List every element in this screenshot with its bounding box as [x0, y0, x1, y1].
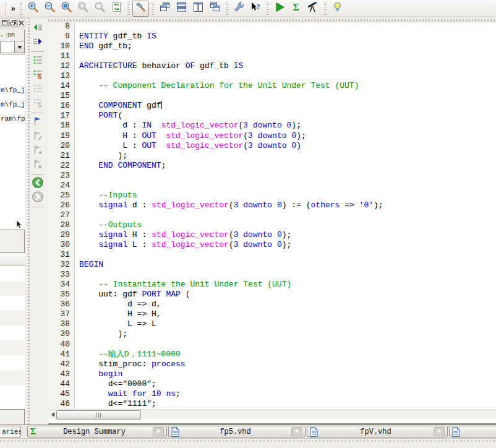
left-panel-bottom-tab[interactable]: aries [0, 426, 21, 438]
hammer-tool-button[interactable] [132, 1, 149, 17]
code-line[interactable]: 14 -- Component Declaration for the Unit… [48, 81, 496, 91]
tile-vertical-button[interactable] [190, 1, 207, 17]
code-line[interactable]: 31 [48, 250, 496, 260]
code-line[interactable]: 9ENTITY gdf_tb IS [48, 32, 496, 41]
scrollbar-thumb[interactable] [56, 410, 141, 420]
refresh-view-button[interactable] [108, 1, 125, 17]
list-row[interactable] [0, 325, 25, 340]
code-line[interactable]: 39 ); [48, 329, 496, 339]
edit-bookmark-button[interactable] [30, 129, 45, 144]
arrange-windows-button[interactable] [207, 1, 223, 17]
code-line[interactable]: 21 ); [48, 151, 496, 161]
code-line[interactable]: 34 -- Instantiate the Unit Under Test (U… [48, 280, 496, 290]
code-line[interactable]: 26 signal d : std_logic_vector(3 downto … [48, 200, 496, 210]
zoom-in-button[interactable] [25, 1, 41, 17]
code-line[interactable]: 23 [48, 171, 496, 181]
code-line[interactable]: 35 uut: gdf PORT MAP ( [48, 290, 496, 299]
code-line[interactable]: 45 wait for 10 ns; [48, 389, 496, 399]
combobox-value[interactable] [0, 41, 14, 53]
list-row[interactable] [0, 311, 25, 325]
list-row[interactable] [0, 340, 25, 355]
toolbar-overflow-chevron[interactable]: » [9, 4, 17, 13]
view-combobox[interactable] [0, 41, 25, 53]
tab-design-summary[interactable]: ΣDesign Summary× [27, 426, 167, 437]
code-line[interactable]: 40 [48, 340, 496, 350]
horizontal-scrollbar[interactable] [48, 409, 496, 419]
code-line[interactable]: 18 d : IN std_logic_vector(3 downto 0); [48, 121, 496, 131]
design-summary-sigma-button[interactable]: Σ [288, 1, 305, 17]
code-line[interactable]: 8 [48, 22, 496, 32]
list-row[interactable] [0, 296, 25, 311]
code-line[interactable]: 10END gdf_tb; [48, 41, 496, 51]
code-line[interactable]: 29 signal H : std_logic_vector(3 downto … [48, 230, 496, 240]
code-line[interactable]: 30 signal L : std_logic_vector(3 downto … [48, 240, 496, 250]
context-help-button[interactable]: ? [247, 1, 264, 17]
dock-drag-handle[interactable] [48, 18, 496, 22]
code-line[interactable]: 42 stim_proc: process [48, 360, 496, 369]
code-line[interactable]: 17 PORT( [48, 111, 496, 121]
list-row[interactable] [0, 281, 25, 296]
file-list-item[interactable]: m\fp_js [0, 98, 25, 112]
zoom-selection-button[interactable] [75, 1, 92, 17]
undo-changed-lines-button[interactable]: 5 [30, 68, 45, 82]
code-line[interactable]: 27 [48, 210, 496, 220]
file-list-item[interactable]: ram\fp_ [0, 112, 25, 126]
restore-button[interactable] [9, 19, 17, 27]
code-line[interactable]: 11 [48, 51, 496, 61]
code-line[interactable]: 24 [48, 181, 496, 191]
code-line[interactable]: 15 [48, 91, 496, 101]
navigate-back-button[interactable] [30, 176, 45, 191]
highlight-changed-lines-button[interactable] [30, 54, 45, 68]
code-line[interactable]: 12ARCHITECTURE behavior OF gdf_tb IS [48, 61, 496, 71]
code-editor[interactable]: 89ENTITY gdf_tb IS10END gdf_tb;1112ARCHI… [48, 22, 496, 409]
code-line[interactable]: 46 d<="1111"; [48, 399, 496, 409]
code-line[interactable]: 28 --Outputs [48, 220, 496, 230]
list-row[interactable] [0, 370, 25, 385]
code-line[interactable]: 38 L => L [48, 319, 496, 329]
close-icon[interactable]: × [153, 427, 164, 436]
tile-horizontal-button[interactable] [173, 1, 190, 17]
code-line[interactable]: 16 COMPONENT gdf [48, 101, 496, 111]
analyze-telescope-button[interactable] [305, 1, 322, 17]
cascade-windows-button[interactable] [156, 1, 173, 17]
list-row[interactable] [0, 355, 25, 370]
zoom-full-button[interactable] [58, 1, 75, 17]
close-icon[interactable]: × [291, 427, 302, 436]
tab-untitled[interactable] [449, 426, 496, 437]
close-icon[interactable]: × [434, 427, 445, 436]
zoom-cursor-button[interactable] [92, 1, 108, 17]
clear-bookmarks-button[interactable] [30, 158, 45, 172]
combobox-dropdown-button[interactable] [14, 41, 25, 53]
zoom-out-button[interactable] [41, 1, 58, 17]
code-line[interactable]: 13 [48, 71, 496, 81]
previous-bookmark-button[interactable] [30, 144, 45, 158]
code-line[interactable]: 37 H => H, [48, 309, 496, 319]
run-button[interactable] [272, 1, 288, 17]
code-line[interactable]: 32BEGIN [48, 260, 496, 270]
list-row[interactable] [0, 385, 25, 400]
navigate-forward-button[interactable] [30, 191, 45, 205]
code-line[interactable]: 20 L : OUT std_logic_vector(3 downto 0) [48, 141, 496, 151]
undo-all-button[interactable]: 5 [30, 97, 45, 111]
code-line[interactable]: 41 --输入D，1111~0000 [48, 350, 496, 360]
tab-fpv-vhd[interactable]: fpV.vhd× [307, 426, 448, 437]
code-line[interactable]: 19 H : OUT std_logic_vector(3 downto 0); [48, 131, 496, 141]
list-row[interactable] [0, 266, 25, 281]
tab-fp5-vhd[interactable]: fp5.vhd× [168, 426, 306, 437]
code-line[interactable]: 44 d<="0000"; [48, 379, 496, 389]
code-line[interactable]: 43 begin [48, 369, 496, 379]
code-line[interactable]: 25 --Inputs [48, 191, 496, 200]
file-list-item[interactable]: m\fp_js [0, 84, 25, 98]
code-line[interactable]: 22 END COMPONENT; [48, 161, 496, 171]
code-line[interactable]: 33 [48, 270, 496, 280]
maximize-button[interactable] [1, 19, 9, 27]
toggle-bookmark-button[interactable] [30, 115, 45, 129]
highlight-all-button[interactable] [30, 82, 45, 97]
goto-next-change-button[interactable] [30, 35, 45, 50]
code-line[interactable]: 36 d => d, [48, 299, 496, 309]
lightbulb-button[interactable] [329, 1, 346, 17]
goto-previous-change-button[interactable] [30, 21, 45, 35]
wrench-button[interactable] [231, 1, 247, 17]
scroll-left-button[interactable] [49, 411, 56, 418]
close-button[interactable] [17, 19, 25, 27]
